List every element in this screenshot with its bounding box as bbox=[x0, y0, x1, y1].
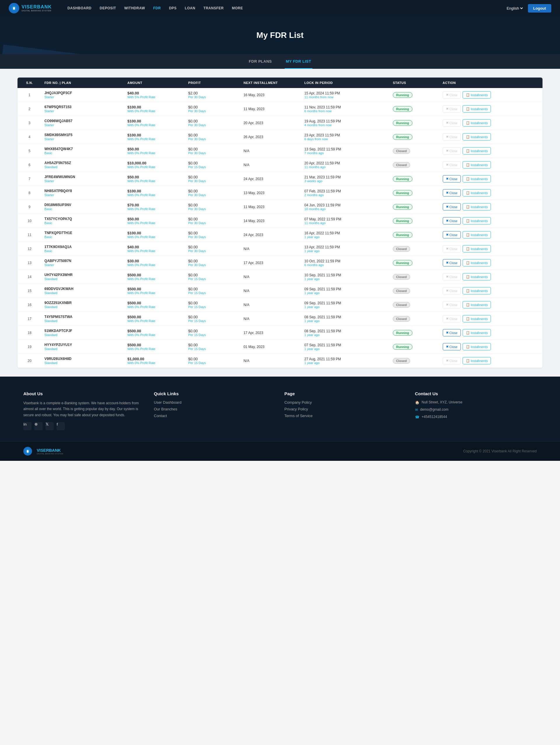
cell-amount: $40.00 With 5% Profit Rate bbox=[125, 88, 186, 102]
profit-period: Per 15 Days bbox=[188, 361, 238, 365]
installments-button[interactable]: 📋 Installments bbox=[463, 217, 491, 224]
cell-action: ✖ Close 📋 Installments bbox=[440, 186, 542, 200]
installments-button[interactable]: 📋 Installments bbox=[463, 287, 491, 294]
close-button[interactable]: ✖ Close bbox=[443, 175, 461, 183]
close-icon: ✖ bbox=[446, 317, 448, 321]
fdr-number: TX57YCYOPA7Q bbox=[44, 217, 121, 221]
nav-more[interactable]: MORE bbox=[228, 0, 247, 16]
lock-ago: 1 year ago bbox=[305, 305, 387, 309]
brand-logo[interactable]: VISERBANK DIGITAL BANKING SYSTEM bbox=[9, 3, 52, 13]
installments-button[interactable]: 📋 Installments bbox=[463, 357, 491, 364]
cell-fdr: HYY4YPZUYU1Y Standard bbox=[41, 340, 124, 354]
profit-value: $0.00 bbox=[188, 203, 238, 207]
nav-dashboard[interactable]: DASHBOARD bbox=[63, 0, 96, 16]
nav-transfer[interactable]: TRANSFER bbox=[199, 0, 228, 16]
cell-action: ✖ Close 📋 Installments bbox=[440, 200, 542, 214]
installments-button[interactable]: 📋 Installments bbox=[463, 175, 491, 183]
nav-dps[interactable]: DPS bbox=[165, 0, 181, 16]
close-icon: ✖ bbox=[446, 163, 448, 167]
installments-button[interactable]: 📋 Installments bbox=[463, 161, 491, 168]
amount-rate: With 0% Profit Rate bbox=[127, 165, 183, 169]
installments-button[interactable]: 📋 Installments bbox=[463, 273, 491, 281]
installments-button[interactable]: 📋 Installments bbox=[463, 105, 491, 112]
cell-action: ✖ Close 📋 Installments bbox=[440, 130, 542, 144]
installments-button[interactable]: 📋 Installments bbox=[463, 259, 491, 266]
social-twitter[interactable]: 𝕏 bbox=[45, 422, 54, 430]
next-installment: 16 May, 2023 bbox=[244, 93, 265, 97]
installments-button[interactable]: 📋 Installments bbox=[463, 91, 491, 99]
nav-fdr[interactable]: FDR bbox=[149, 0, 165, 16]
footer-copyright: Copyright © 2021 Viserbank All Right Res… bbox=[463, 449, 537, 453]
action-buttons: ✖ Close 📋 Installments bbox=[443, 287, 539, 294]
installments-icon: 📋 bbox=[466, 275, 470, 279]
action-buttons: ✖ Close 📋 Installments bbox=[443, 231, 539, 238]
installments-button[interactable]: 📋 Installments bbox=[463, 343, 491, 350]
close-button[interactable]: ✖ Close bbox=[443, 203, 461, 210]
installments-button[interactable]: 📋 Installments bbox=[463, 189, 491, 196]
tab-fdr-plans[interactable]: FDR PLANS bbox=[248, 54, 273, 69]
cell-lock: 07 Sep, 2021 11:59 PM 1 year ago bbox=[302, 340, 390, 354]
lock-date: 27 Aug, 2021 11:59 PM bbox=[305, 357, 387, 361]
installments-label: Installments bbox=[471, 177, 488, 181]
profit-value: $0.00 bbox=[188, 273, 238, 277]
nav-loan[interactable]: LOAN bbox=[181, 0, 199, 16]
amount-value: $40.00 bbox=[127, 245, 183, 249]
nav-deposit[interactable]: DEPOSIT bbox=[96, 0, 120, 16]
footer-link-privacy-policy[interactable]: Privacy Policy bbox=[284, 407, 406, 411]
tab-my-fdr-list[interactable]: MY FDR LIST bbox=[285, 54, 312, 69]
profit-period: Per 15 Days bbox=[188, 347, 238, 351]
social-instagram[interactable]: ⊛ bbox=[34, 422, 42, 430]
social-facebook[interactable]: f bbox=[57, 422, 65, 430]
footer-link-contact[interactable]: Contact bbox=[154, 414, 276, 418]
logout-button[interactable]: Logout bbox=[528, 4, 551, 12]
cell-sn: 19 bbox=[18, 340, 41, 354]
close-button[interactable]: ✖ Close bbox=[443, 231, 461, 238]
close-button[interactable]: ✖ Close bbox=[443, 259, 461, 266]
next-installment: 17 Apr, 2023 bbox=[244, 331, 263, 335]
footer-page-title: Page bbox=[284, 391, 406, 396]
installments-icon: 📋 bbox=[466, 107, 470, 111]
social-linkedin[interactable]: in bbox=[23, 422, 31, 430]
installments-button[interactable]: 📋 Installments bbox=[463, 203, 491, 210]
lock-ago: 1 year ago bbox=[305, 249, 387, 253]
lock-ago: 7 months ago bbox=[305, 151, 387, 155]
installments-button[interactable]: 📋 Installments bbox=[463, 119, 491, 127]
installments-button[interactable]: 📋 Installments bbox=[463, 329, 491, 336]
language-select[interactable]: English bbox=[505, 6, 524, 11]
close-button[interactable]: ✖ Close bbox=[443, 343, 461, 350]
footer-link-user-dashboard[interactable]: User Dashboard bbox=[154, 400, 276, 404]
fdr-plan: Starter bbox=[44, 137, 121, 141]
close-button[interactable]: ✖ Close bbox=[443, 217, 461, 224]
installments-button[interactable]: 📋 Installments bbox=[463, 231, 491, 238]
navbar-right: English Logout bbox=[505, 4, 551, 12]
col-header-action: ACTION bbox=[440, 77, 542, 88]
cell-lock: 07 Feb, 2023 11:59 PM 2 months ago bbox=[302, 186, 390, 200]
cell-next: 20 Apr, 2023 bbox=[241, 116, 302, 130]
cell-next: N/A bbox=[241, 284, 302, 298]
lock-ago: 1 year ago bbox=[305, 347, 387, 351]
cell-amount: $100.00 With 0% Profit Rate bbox=[125, 102, 186, 116]
status-badge: Running bbox=[393, 190, 412, 196]
close-button[interactable]: ✖ Close bbox=[443, 329, 461, 336]
cell-action: ✖ Close 📋 Installments bbox=[440, 214, 542, 228]
installments-button[interactable]: 📋 Installments bbox=[463, 147, 491, 155]
installments-button[interactable]: 📋 Installments bbox=[463, 315, 491, 322]
footer-link-terms[interactable]: Terms of Service bbox=[284, 414, 406, 418]
lock-ago: 6 days from now bbox=[305, 137, 387, 141]
installments-button[interactable]: 📋 Installments bbox=[463, 133, 491, 140]
cell-status: Closed bbox=[390, 144, 440, 158]
installments-icon: 📋 bbox=[466, 93, 470, 97]
cell-profit: $0.00 Per 30 Days bbox=[185, 144, 241, 158]
cell-action: ✖ Close 📋 Installments bbox=[440, 228, 542, 242]
cell-fdr: 51MKDAPTCPJF Standard bbox=[41, 326, 124, 340]
nav-withdraw[interactable]: WITHDRAW bbox=[120, 0, 149, 16]
next-installment: N/A bbox=[244, 163, 249, 167]
page-title: My FDR List bbox=[256, 31, 304, 40]
installments-button[interactable]: 📋 Installments bbox=[463, 301, 491, 309]
footer-link-branches[interactable]: Our Branches bbox=[154, 407, 276, 411]
close-button[interactable]: ✖ Close bbox=[443, 189, 461, 196]
footer-link-company-policy[interactable]: Company Policy bbox=[284, 400, 406, 404]
installments-button[interactable]: 📋 Installments bbox=[463, 245, 491, 252]
amount-rate: With 0% Profit Rate bbox=[127, 109, 183, 113]
installments-icon: 📋 bbox=[466, 359, 470, 363]
